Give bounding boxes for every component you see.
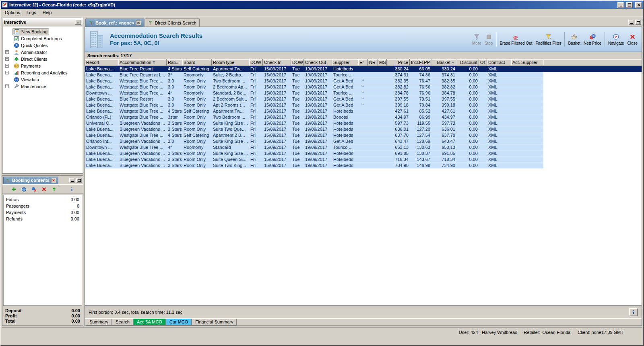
expander-box[interactable]: + bbox=[5, 64, 12, 68]
expander-box[interactable]: + bbox=[5, 57, 12, 61]
nett-price-button[interactable]: Nett Price bbox=[584, 33, 601, 45]
column-header-ms[interactable]: MS bbox=[378, 59, 387, 66]
sidebar-item-payments[interactable]: +Payments bbox=[5, 62, 83, 69]
table-row[interactable]: Lake Buena...Westgate Blue Tree ...3.0Ro… bbox=[85, 84, 642, 90]
table-row[interactable]: Downtown ...Westgate Blue Tree ...4*Room… bbox=[85, 90, 642, 96]
booking-contents-tab[interactable]: Booking contents bbox=[3, 177, 58, 184]
sidebar-item-quick-quotes[interactable]: Quick Quotes bbox=[5, 42, 83, 49]
table-cell: 146.98 bbox=[410, 163, 431, 169]
cancel-button[interactable] bbox=[31, 186, 37, 192]
navigate-button[interactable]: Navigate bbox=[608, 33, 624, 45]
bc-minimize-button[interactable] bbox=[69, 178, 75, 183]
mdi-minimize-button[interactable] bbox=[628, 20, 634, 25]
column-header-contract[interactable]: Contract bbox=[487, 59, 511, 66]
bottom-tab-car-mco[interactable]: Car MCO bbox=[166, 319, 192, 325]
table-row[interactable]: Lake Buena...Westgate Blue Tree ...3.0Ro… bbox=[85, 102, 642, 108]
table-cell: Tue bbox=[291, 138, 304, 144]
column-header-price[interactable]: Price bbox=[387, 59, 410, 66]
table-row[interactable]: Lake Buena...Bluegreen Vacations ...3 St… bbox=[85, 157, 642, 163]
expander-box[interactable]: + bbox=[5, 71, 12, 74]
bc-maximize-button[interactable] bbox=[76, 178, 82, 183]
tab-direct-clients-search[interactable]: Direct Clients Search bbox=[145, 19, 200, 27]
column-header-of[interactable]: Of bbox=[479, 59, 487, 66]
maximize-button[interactable] bbox=[626, 2, 633, 8]
tab-book-ref-none[interactable]: Book. ref.: <none> bbox=[85, 19, 144, 27]
table-row[interactable]: Lake Buena...Westgate Blue Tree ...4 Sta… bbox=[85, 108, 642, 114]
menu-help[interactable]: Help bbox=[39, 9, 55, 16]
erase-filtered-out-button[interactable]: Erase Filtered Out bbox=[500, 33, 532, 45]
bottom-tab-financial-summary[interactable]: Financial Summary bbox=[192, 319, 237, 325]
column-header-dow[interactable]: DOW bbox=[291, 59, 304, 66]
table-row[interactable]: Orlando Int...Bluegreen Vacations ...3.0… bbox=[85, 138, 642, 144]
sidebar-item-maintenance[interactable]: +Maintenance bbox=[5, 83, 83, 90]
expander-box[interactable]: + bbox=[5, 50, 12, 54]
facilities-filter-button[interactable]: Facilities Filter bbox=[536, 33, 561, 45]
column-header-nr[interactable]: NR bbox=[368, 59, 378, 66]
table-row[interactable]: Lake Buena...Blue Tree Resort at L...3*R… bbox=[85, 72, 642, 78]
bottom-tab-summary[interactable]: Summary bbox=[86, 319, 112, 325]
export-button[interactable] bbox=[51, 186, 57, 192]
expand-icon[interactable]: + bbox=[5, 64, 9, 68]
collapse-panel-button[interactable] bbox=[75, 19, 81, 25]
column-label: Accommodation bbox=[120, 60, 151, 65]
table-row[interactable]: Lake Buena...Bluegreen Vacations ...3 St… bbox=[85, 163, 642, 169]
table-row[interactable]: Lake Buena...Westgate Blue Tree ...4 Sta… bbox=[85, 132, 642, 138]
bottom-tab-acc-5a-mco[interactable]: Acc 5A MCO bbox=[133, 319, 166, 325]
column-header-act-supplier[interactable]: Act. Supplier bbox=[511, 59, 543, 66]
sidebar-item-new-booking[interactable]: New Booking bbox=[5, 28, 83, 35]
table-row[interactable]: Orlando (FL)Westgate Blue Tree ...3starR… bbox=[85, 114, 642, 120]
expand-icon[interactable]: + bbox=[5, 50, 9, 54]
table-cell bbox=[378, 126, 387, 132]
column-header-incl-fl-pp[interactable]: Incl.Fl.PP bbox=[410, 59, 431, 66]
bottom-tab-search[interactable]: Search bbox=[112, 319, 133, 325]
app-icon bbox=[2, 2, 8, 8]
sidebar-item-viewdata[interactable]: Viewdata bbox=[5, 76, 83, 83]
minimize-button[interactable] bbox=[617, 2, 624, 8]
expand-icon[interactable]: + bbox=[5, 84, 9, 88]
title-bar[interactable]: Interactive [2] - Ocean-Florida (code: x… bbox=[1, 1, 643, 9]
table-row[interactable]: Downtown ...Westgate Blue Tree ...4*Room… bbox=[85, 144, 642, 150]
delete-button[interactable] bbox=[41, 186, 47, 192]
column-header-board[interactable]: Board bbox=[182, 59, 212, 66]
table-cell: 597.73 bbox=[387, 120, 410, 126]
mdi-restore-button[interactable] bbox=[635, 20, 641, 25]
sidebar-item-direct-clients[interactable]: +Direct Clients bbox=[5, 56, 83, 62]
column-header-check-in[interactable]: Check In bbox=[263, 59, 291, 66]
globe-button[interactable] bbox=[21, 186, 27, 192]
basket-button[interactable]: Basket bbox=[568, 33, 580, 45]
booking-contents-close-button[interactable] bbox=[51, 178, 56, 183]
table-row[interactable]: Lake Buena...Bluegreen Vacations ...3 St… bbox=[85, 126, 642, 132]
table-row[interactable]: Lake Buena...Bluegreen Vacations ...3 St… bbox=[85, 150, 642, 157]
column-header-rati[interactable]: Rati... bbox=[167, 59, 182, 66]
column-header-resort[interactable]: Resort bbox=[85, 59, 118, 66]
sidebar-item-administrator[interactable]: +Administrator bbox=[5, 49, 83, 56]
expand-icon[interactable]: + bbox=[5, 57, 9, 61]
sidebar-item-reporting-and-analytics[interactable]: +Reporting and Analytics bbox=[5, 69, 83, 76]
column-header-room-type[interactable]: Room type bbox=[212, 59, 249, 66]
add-button[interactable] bbox=[10, 186, 17, 192]
close-tab-button[interactable] bbox=[136, 20, 141, 25]
info-button[interactable] bbox=[68, 186, 75, 192]
close-button[interactable]: Close bbox=[627, 33, 638, 45]
table-cell: Westgate Blue Tree ... bbox=[118, 78, 167, 84]
column-header-basket[interactable]: Basket bbox=[431, 59, 456, 66]
menu-options[interactable]: Options bbox=[2, 9, 23, 16]
expander-box[interactable]: + bbox=[5, 84, 12, 88]
close-button[interactable] bbox=[635, 2, 642, 8]
table-row[interactable]: Lake Buena...Westgate Blue Tree ...3.0Ro… bbox=[85, 78, 642, 84]
column-header-dow[interactable]: DOW bbox=[249, 59, 263, 66]
column-header-check-out[interactable]: Check Out bbox=[304, 59, 332, 66]
column-header-discount[interactable]: Discount bbox=[456, 59, 479, 66]
column-header-er[interactable]: Er bbox=[358, 59, 368, 66]
coins-icon bbox=[589, 33, 596, 40]
expand-icon[interactable]: + bbox=[5, 71, 9, 74]
close-icon bbox=[629, 33, 636, 40]
column-header-supplier[interactable]: Supplier bbox=[332, 59, 358, 66]
table-row[interactable]: Lake Buena...Blue Tree Resort3.0Room Onl… bbox=[85, 96, 642, 102]
table-row[interactable]: Lake Buena...Blue Tree Resort4 StarsSelf… bbox=[85, 66, 642, 72]
table-row[interactable]: Universal O...Bluegreen Vacations ...3 S… bbox=[85, 120, 642, 126]
menu-logs[interactable]: Logs bbox=[23, 9, 39, 16]
column-header-accommodation[interactable]: Accommodation bbox=[118, 59, 167, 66]
sidebar-item-completed-bookings[interactable]: Completed Bookings bbox=[5, 35, 83, 42]
info-button[interactable] bbox=[629, 308, 638, 316]
